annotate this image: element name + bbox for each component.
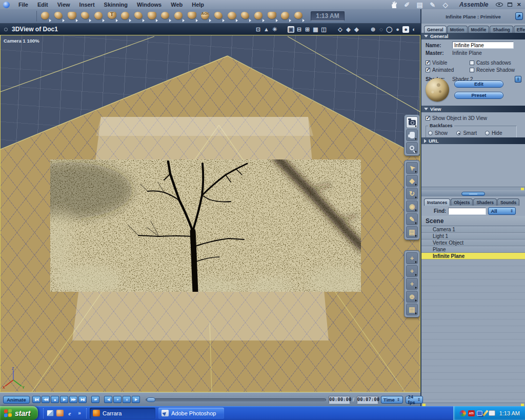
tab-motion[interactable]: Motion [447,26,468,33]
shield-shaded-icon[interactable]: ◈ [345,26,352,33]
scale-tool-icon[interactable]: ◆ [406,175,418,187]
dim-ball-icon[interactable]: ◐ [411,26,417,33]
add-key-button[interactable]: + [113,396,122,403]
move-tool-icon[interactable]: ➤ [406,162,418,174]
show-object-checkbox[interactable]: Show Object in 3D View [426,115,487,121]
preset-button[interactable]: Preset [454,92,503,99]
pan-xz-tool-icon[interactable]: + [406,265,418,277]
overflow-chevron[interactable]: » [76,410,83,416]
pan-plane-tool-icon[interactable]: + [406,278,418,290]
menu-edit[interactable]: Edit [33,2,53,8]
vertex-object-tool-icon[interactable] [52,10,66,23]
start-button[interactable]: start [0,406,38,420]
menu-file[interactable]: File [14,2,33,8]
display-settings-tray-icon[interactable] [477,411,482,416]
room-texture-icon[interactable]: ✎ [429,1,437,8]
menu-windows[interactable]: Windows [132,2,166,8]
panel-splitter[interactable] [421,191,525,196]
pane-aspect-icon[interactable]: ▲ [263,26,270,33]
loop-button[interactable]: ⇄ [91,396,99,403]
reference-plane-icon[interactable]: ▤ [406,304,418,315]
shaded-ball-icon[interactable]: ● [394,26,401,33]
close-icon[interactable]: × [517,2,521,7]
hand-tool-icon[interactable] [406,129,418,141]
menu-insert[interactable]: Insert [75,2,99,8]
next-key-button[interactable]: ▶ [132,396,140,403]
pen-tablet-tray-icon[interactable] [482,410,488,416]
bright-ball-icon[interactable]: ● [402,26,409,33]
animated-checkbox[interactable]: Animated [426,67,468,73]
find-input[interactable] [448,208,486,215]
cloud-tool-icon[interactable] [159,10,172,23]
browser-scroll-strip[interactable] [421,403,525,406]
general-section-bar[interactable]: General [421,33,525,39]
shader-dropdown-button[interactable]: ⇕ [515,76,521,83]
scene-item-light-1[interactable]: Light 1 [421,233,525,239]
layout-custom-icon[interactable]: ◫ [320,26,327,33]
tab-shaders[interactable]: Shaders [473,198,497,206]
tab-objects[interactable]: Objects [451,198,473,206]
internet-explorer-icon[interactable]: e [66,410,73,416]
view-section-bar[interactable]: View [421,106,525,112]
pan-xy-tool-icon[interactable]: + [406,252,418,264]
tab-shading[interactable]: Shading [490,26,513,33]
eye-icon[interactable] [496,3,503,7]
tab-effects[interactable]: Effects [514,26,525,33]
spotlight-tool-icon[interactable] [226,10,239,23]
plant-tool-icon[interactable] [146,10,159,23]
play-button[interactable]: ▶ [60,396,68,403]
messenger-tray-icon[interactable] [459,410,466,416]
tab-sounds[interactable]: Sounds [497,198,519,206]
shader-preview-sphere[interactable] [426,78,449,102]
room-storyboard-icon[interactable]: ▤ [416,1,424,8]
menu-view[interactable]: View [53,2,75,8]
bone-tool-icon[interactable] [279,10,292,23]
paint-tool-icon[interactable]: ▤ [406,226,418,238]
viewport-collapse-icon[interactable] [4,28,8,31]
terrain-tool-icon[interactable] [132,10,146,23]
group-tool-icon[interactable] [252,10,266,23]
rotate-tool-icon[interactable]: ↻ [406,188,418,199]
orbit-mode-icon[interactable]: ⊕ [370,26,376,33]
room-model-icon[interactable]: ✐ [403,1,411,8]
name-input[interactable] [452,42,514,49]
casts-shadows-checkbox[interactable]: Casts shadows [470,60,521,66]
trackball-tool-icon[interactable]: ⊕ [406,291,418,303]
camera-pan-tool-icon[interactable] [406,116,418,128]
go-start-button[interactable]: ▮◀ [32,396,41,403]
wire-cube-icon[interactable]: ◯ [386,26,393,33]
menu-skinning[interactable]: Skinning [99,2,132,8]
scene-group-header[interactable]: Scene [421,216,525,226]
show-desktop-icon[interactable] [47,410,54,416]
spline-object-tool-icon[interactable] [66,10,79,23]
formula-tool-icon[interactable] [92,10,106,23]
menu-web[interactable]: Web [166,2,187,8]
viewport-3d[interactable]: Camera 1 100% [0,35,420,392]
scene-item-camera-1[interactable]: Camera 1 [421,226,525,233]
layout-four-pane-icon[interactable]: ▦ [312,26,319,33]
camera-tool-icon[interactable] [239,10,252,23]
rewind-button[interactable]: ◀◀ [42,396,50,403]
primitives-tool-icon[interactable] [39,10,52,23]
delete-key-button[interactable]: × [123,396,131,403]
current-time-field[interactable]: 00:00:00 [329,396,350,404]
edit-button[interactable]: Edit [454,81,503,88]
timeline-slider[interactable] [146,398,326,401]
find-filter-dropdown[interactable]: All⇕ [488,207,516,215]
total-time-field[interactable]: 00:07:00 [357,396,378,404]
properties-scroll-strip[interactable] [421,187,525,190]
scene-item-vertex-object[interactable]: Vertex Object [421,239,525,246]
notes-tool-icon[interactable] [292,10,306,23]
visible-checkbox[interactable]: Visible [426,60,468,66]
universal-manipulator-icon[interactable]: ◉ [406,201,418,212]
dotted-sphere-icon[interactable]: ◌ [378,26,385,33]
fps-dropdown[interactable]: 24 fps⇕ [406,396,423,404]
taskbar-task-adobe-photoshop[interactable]: Adobe Photoshop [158,408,224,419]
particles-tool-icon[interactable] [119,10,132,23]
shield-wireframe-icon[interactable]: ◇ [337,26,344,33]
render-area-icon[interactable]: ✳ [271,26,278,33]
backfaces-hide-radio[interactable]: Hide [485,130,513,136]
prev-key-button[interactable]: ◀ [104,396,112,403]
room-render-icon[interactable]: ◇ [441,1,450,8]
restore-icon[interactable] [508,3,512,7]
